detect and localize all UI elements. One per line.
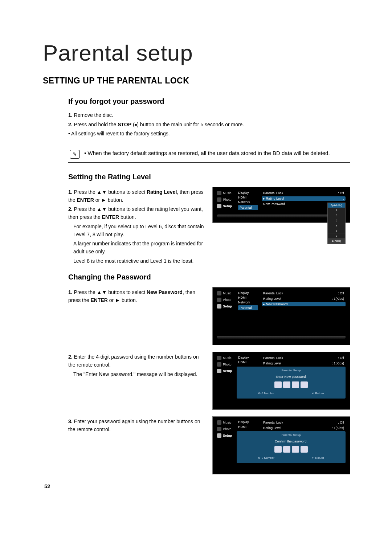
step-text: Press and hold the [74,122,118,127]
password-dialog: Parental Setup Enter New password. 0~9 N… [237,367,346,399]
pick-item: 8(Adults) [328,203,345,208]
step-text: Remove the disc. [74,112,113,118]
sidebar-item-photo: Photo [217,197,235,202]
rating-picklist: 8(Adults) 7 6 5 4 3 2 1(Kids) [327,203,346,244]
menu-item: Network [238,301,258,304]
tv-screenshot-newpw: Music Photo Setup Display HDMI Network P… [212,287,350,345]
step-text: For example, if you select up to Level 6… [73,223,205,238]
menu-item: HDMI [238,196,258,199]
sidebar-item-label: Photo [223,298,232,302]
page-number: 52 [44,483,350,489]
step-text: A larger number indicates that the progr… [73,240,205,256]
hint-number: 0~9 Number [258,456,274,460]
step-text: Press the ▲▼ buttons to select [74,189,147,195]
step-text: Press the ▲▼ buttons to select [74,289,147,295]
menu-item-selected: Parental [238,205,258,210]
music-icon [217,291,221,295]
note-icon: ✎ [70,150,80,159]
label-new-password: New Password [147,289,183,295]
sidebar-item-setup: Setup [217,304,235,309]
digit-box [292,446,299,453]
music-icon [217,356,221,360]
changing-step1: 1. Press the ▲▼ buttons to select New Pa… [68,287,205,306]
step-number: 1. [68,289,73,295]
digit-box [301,381,308,388]
sidebar-item-photo: Photo [217,298,235,302]
label-rating-level: Rating Level [147,189,177,195]
sidebar-item-label: Music [223,291,232,295]
step-number: 2. [68,354,73,360]
gear-icon [217,204,221,208]
rating-steps: 1. Press the ▲▼ buttons to select Rating… [68,187,205,266]
hint-number: 0~9 Number [258,392,274,395]
settings-menu: Display HDMI Network Parental [238,191,258,210]
pick-item: 1(Kids) [328,238,345,244]
settings-menu: Display HDMI Network Parental [238,291,258,310]
subheading-forgot: If you forgot your password [68,97,350,106]
sidebar-item-label: Setup [223,434,232,437]
dialog-message: Confirm the password. [240,440,343,443]
dialog-title: Parental Setup [240,369,343,372]
digit-box [301,446,308,453]
detail-row: Rating Level: 1(Kids) [262,426,346,430]
step-text: ( [131,122,135,127]
step-number: 1. [68,112,73,118]
sidebar-item-label: Setup [223,204,232,208]
menu-item: Display [238,191,258,195]
sidebar-item-label: Photo [223,363,232,366]
tv-footer-bar [217,215,346,217]
tv-screenshot-enter-pw: Music Photo Setup Display HDMI Parental … [212,352,350,410]
sidebar-item-label: Photo [223,198,232,201]
menu-item: Display [238,420,258,424]
sidebar-item-music: Music [217,420,235,425]
sidebar-item-label: Setup [223,305,232,308]
hint-return: ↩ Return [312,392,324,395]
pick-item: 7 [328,208,345,213]
sidebar-item-setup: Setup [217,369,235,373]
button-label-stop: STOP [118,122,131,127]
tv-footer-bar [217,336,346,339]
digit-box [292,381,299,388]
pick-item: 4 [328,223,345,228]
step-text: or ► button. [108,297,137,303]
pick-item: 3 [328,228,345,233]
detail-row: Parental Lock: Off [262,420,346,425]
step-text: or ► button. [94,197,123,203]
tv-screenshot-confirm-pw: Music Photo Setup Display HDMI Parental … [212,416,350,474]
sidebar-item-label: Music [223,191,232,195]
step-text: Enter your password again using the numb… [68,418,200,432]
step-text: The "Enter New password." message will b… [73,371,205,379]
hint-return: ↩ Return [312,456,324,460]
password-dialog: Parental Setup Confirm the password. 0~9… [237,431,346,463]
detail-row: Rating Level: 1(Kids) [262,297,346,301]
step-number: 2. [68,206,73,212]
detail-row-selected: ▸ Rating Level: [262,196,346,201]
dialog-title: Parental Setup [240,433,343,437]
sidebar-item-setup: Setup [217,433,235,438]
sidebar-item-label: Music [223,421,232,424]
note-bullet: ▪ [84,150,86,156]
pick-item: 6 [328,213,345,218]
photo-icon [217,362,221,367]
step-text: Level 8 is the most restrictive and Leve… [73,257,205,265]
pick-item: 2 [328,233,345,238]
button-label-enter: ENTER [77,197,94,203]
button-label-enter: ENTER [90,297,107,303]
sidebar-item-label: Music [223,356,232,360]
button-label-enter: ENTER [102,214,119,220]
photo-icon [217,427,221,431]
step-text: button. [119,214,136,220]
sidebar-item-label: Setup [223,369,232,373]
digit-box [283,446,290,453]
menu-item: HDMI [238,296,258,299]
step-number: 2. [68,122,73,127]
changing-step3: 3. Enter your password again using the n… [68,416,205,435]
menu-item: Display [238,356,258,359]
sidebar-item-music: Music [217,291,235,295]
section-heading: SETTING UP THE PARENTAL LOCK [43,76,350,86]
gear-icon [217,433,221,438]
sidebar-item-music: Music [217,191,235,195]
menu-item: Network [238,200,258,204]
sidebar-item-photo: Photo [217,427,235,431]
menu-item-selected: Parental [238,305,258,310]
